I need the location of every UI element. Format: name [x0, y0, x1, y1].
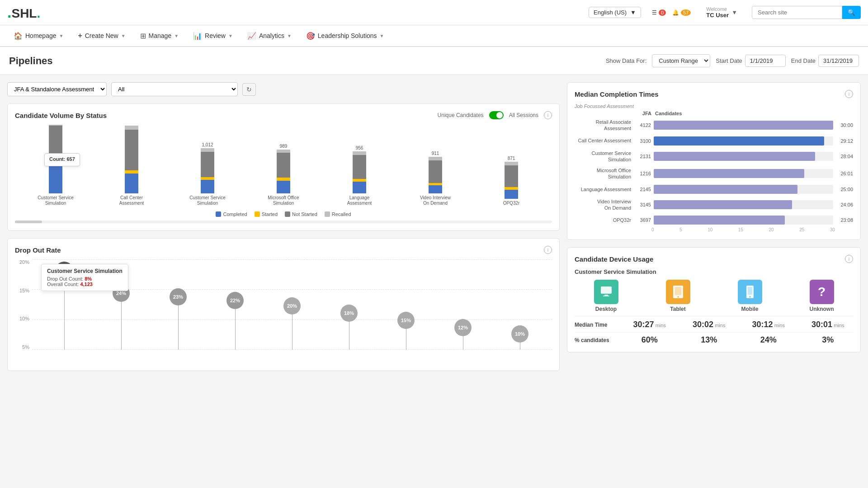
nav-item-create-new[interactable]: + Create New ▼	[71, 26, 132, 47]
median-time-row: Median Time 30:27 mins 30:02 mins 30:12 …	[575, 320, 853, 333]
welcome-text: Welcome	[706, 6, 729, 12]
list-icon: ☰	[652, 9, 657, 16]
nav-item-leadership[interactable]: 🎯 Leadership Solutions ▼	[300, 26, 391, 47]
refresh-button[interactable]: ↻	[242, 83, 256, 96]
legend-started: Started	[255, 211, 278, 217]
mobile-icon	[745, 285, 755, 299]
legend-completed: Completed	[216, 211, 247, 217]
bubble-7[interactable]: 15%	[397, 312, 415, 329]
median-row-1: Retail AssociateAssessment 4122 30:00	[575, 119, 853, 132]
bar-completed-6	[429, 185, 442, 193]
start-date-field: Start Date 1/1/2019	[716, 55, 786, 67]
svg-point-4	[677, 296, 679, 298]
bar-group-5: 956 LanguageAssessment	[323, 125, 396, 206]
manage-dropdown-icon: ▼	[174, 33, 179, 38]
desktop-median: 30:27 mins	[624, 320, 675, 329]
median-bar-container-3	[654, 152, 833, 161]
median-row-7: OPQ32r 3697 23:08	[575, 216, 853, 225]
nav-item-homepage[interactable]: 🏠 Homepage ▼	[7, 26, 70, 47]
bubble-3[interactable]: 23%	[170, 288, 187, 305]
nav-item-manage[interactable]: ⊞ Manage ▼	[134, 26, 185, 47]
legend-box-completed	[216, 211, 221, 217]
bar-started-4	[277, 178, 290, 181]
median-bar-5	[654, 185, 797, 194]
sessions-toggle[interactable]	[489, 111, 504, 119]
end-date-label: End Date	[791, 57, 816, 64]
assessment-type-select[interactable]: JFA & Standalone Assessment	[7, 82, 107, 96]
alerts-badge: 57	[681, 9, 691, 16]
bar-total-7: 871	[508, 156, 515, 161]
median-bar-container-5	[654, 185, 833, 194]
bell-notifications[interactable]: 🔔 57	[672, 9, 691, 16]
bubble-9[interactable]: 10%	[511, 325, 528, 343]
median-row-3-jfa: 2131	[634, 154, 651, 159]
bar-name-7: OPQ32r	[503, 201, 520, 206]
mobile-time-unit: mins	[773, 323, 785, 328]
bubble-5[interactable]: 20%	[283, 297, 301, 314]
nav-item-analytics[interactable]: 📈 Analytics ▼	[241, 26, 298, 47]
bar-recalled-3	[201, 148, 214, 152]
user-dropdown-icon[interactable]: ▼	[731, 9, 737, 16]
tablet-time: 30:02	[693, 320, 713, 329]
leadership-icon: 🎯	[306, 32, 315, 40]
review-dropdown-icon: ▼	[228, 33, 233, 38]
median-bar-container-1	[654, 121, 833, 130]
bar-name-5: LanguageAssessment	[347, 195, 372, 206]
device-usage-title: Candidate Device Usage	[575, 255, 653, 263]
unknown-icon: ?	[818, 285, 826, 299]
nav-item-review[interactable]: 📊 Review ▼	[187, 26, 239, 47]
navigation: 🏠 Homepage ▼ + Create New ▼ ⊞ Manage ▼ 📊…	[0, 25, 868, 47]
bar-not-started-2	[125, 130, 138, 170]
bar-recalled-4	[277, 150, 290, 153]
create-icon: +	[78, 32, 82, 40]
median-bar-4	[654, 169, 804, 178]
device-usage-header: Candidate Device Usage i	[575, 255, 853, 263]
median-row-2-jfa: 3100	[634, 138, 651, 144]
dropout-info[interactable]: i	[544, 246, 552, 254]
bar-not-started-5	[353, 155, 366, 179]
median-row-1-jfa: 4122	[634, 122, 651, 128]
desktop-time-unit: mins	[654, 323, 666, 328]
mobile-label: Mobile	[741, 306, 759, 312]
median-completion-rows: Retail AssociateAssessment 4122 30:00 Ca…	[575, 119, 853, 225]
date-range-select[interactable]: Custom Range	[652, 54, 710, 67]
bubble-8[interactable]: 12%	[454, 319, 472, 336]
search-button[interactable]: 🔍	[842, 6, 861, 19]
desktop-pct-val: 60%	[642, 335, 658, 344]
candidate-volume-card: Candidate Volume By Status Unique Candid…	[7, 103, 560, 231]
end-date-field: End Date 31/12/2019	[791, 55, 859, 67]
bubble-4[interactable]: 22%	[226, 292, 244, 309]
candidate-volume-info[interactable]: i	[544, 111, 552, 119]
legend-box-not-started	[285, 211, 290, 217]
bar-not-started-6	[429, 160, 442, 183]
y-label-5: 5%	[22, 344, 29, 350]
bar-stack-4	[277, 150, 290, 193]
all-filter-select[interactable]: All	[111, 82, 238, 96]
device-unknown: ? Unknown	[790, 280, 853, 312]
bar-stack-7	[505, 162, 518, 199]
unknown-time-unit: mins	[832, 323, 844, 328]
device-usage-info[interactable]: i	[845, 255, 853, 263]
end-date-value[interactable]: 31/12/2019	[818, 55, 859, 67]
median-completion-info[interactable]: i	[845, 90, 853, 98]
median-time-label: Median Time	[575, 322, 624, 328]
device-mobile: Mobile	[718, 280, 781, 312]
unique-candidates-label: Unique Candidates	[438, 112, 484, 118]
bubble-col-8: 12%	[435, 259, 491, 350]
chart-scrollbar[interactable]	[15, 221, 552, 223]
start-date-value[interactable]: 1/1/2019	[745, 55, 786, 67]
start-date-label: Start Date	[716, 57, 742, 64]
search-input[interactable]	[752, 6, 842, 19]
device-subtitle: Customer Service Simulation	[575, 268, 853, 275]
bar-recalled-5	[353, 151, 366, 155]
candidate-volume-actions: Unique Candidates All Sessions i	[438, 111, 552, 119]
language-selector[interactable]: English (US) ▼	[589, 7, 641, 18]
bubble-col-6: 18%	[321, 259, 377, 350]
legend-recalled-label: Recalled	[332, 211, 351, 217]
list-notifications[interactable]: ☰ 0	[652, 9, 666, 16]
leadership-dropdown-icon: ▼	[380, 33, 384, 38]
tablet-time-unit: mins	[713, 323, 725, 328]
x-label-20: 20	[769, 227, 774, 232]
bubble-6[interactable]: 18%	[340, 305, 358, 322]
median-completion-header: Median Completion Times i	[575, 90, 853, 98]
